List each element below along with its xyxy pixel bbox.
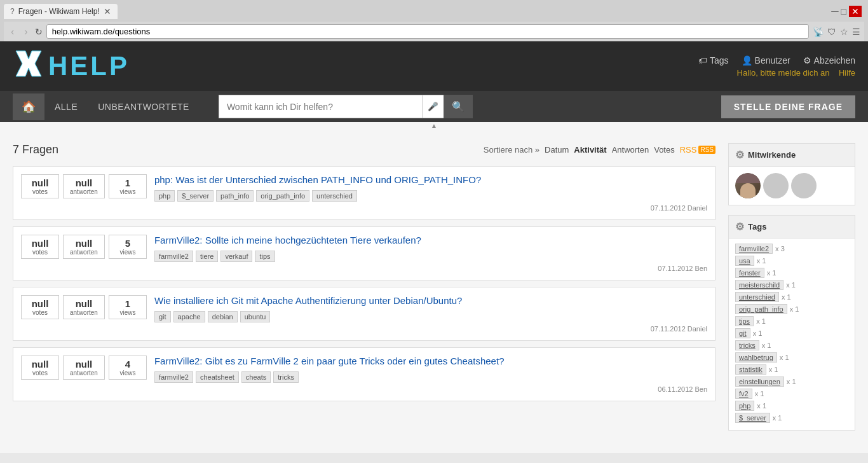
tag-row: unterschied x 1 (735, 292, 848, 302)
header-right: 🏷 Tags 👤 Benutzer ⚙ Abzeichen Hallo, bit… (698, 55, 855, 78)
question-meta: 07.11.2012 Daniel (154, 204, 707, 212)
rss-link[interactable]: RSS RSS (680, 145, 715, 155)
menu-icon[interactable]: ☰ (852, 27, 860, 37)
home-button[interactable]: 🏠 (13, 93, 44, 120)
votes-value: null (28, 298, 52, 309)
tag[interactable]: php (154, 190, 175, 202)
tag-row: fv2 x 1 (735, 389, 848, 399)
tag-count: x 1 (782, 293, 791, 301)
minimize-icon[interactable]: ─ (831, 6, 838, 17)
nav-abzeichen-link[interactable]: ⚙ Abzeichen (803, 55, 855, 66)
close-window-icon[interactable]: ✕ (849, 6, 862, 17)
views-value: 1 (116, 298, 140, 309)
logo-x (13, 48, 44, 85)
question-meta: 07.11.2012 Ben (154, 265, 707, 272)
back-button[interactable]: ‹ (8, 25, 17, 39)
tag[interactable]: tiere (196, 251, 218, 262)
tags-gear-icon: ⚙ (735, 221, 744, 233)
question-title[interactable]: FarmVille2: Sollte ich meine hochgezücht… (154, 235, 707, 245)
address-bar[interactable] (46, 24, 809, 39)
tag[interactable]: apache (173, 311, 205, 322)
sort-aktivitat[interactable]: Aktivität (574, 145, 606, 155)
tag-count: x 1 (786, 281, 796, 289)
tag[interactable]: cheats (241, 371, 271, 383)
tag[interactable]: $_server (177, 190, 214, 202)
sidebar-tag[interactable]: fv2 (735, 389, 752, 399)
question-tags: farmville2 tiere verkauf tips (154, 251, 707, 262)
sub-nav: 🏠 ALLE UNBEANTWORTETE 🎤 🔍 STELLE DEINE F… (0, 91, 868, 122)
nav-tags-link[interactable]: 🏷 Tags (698, 55, 729, 66)
question-title[interactable]: php: Was ist der Unterschied zwischen PA… (154, 174, 707, 185)
tag[interactable]: unterschied (312, 190, 357, 202)
tag[interactable]: path_info (216, 190, 254, 202)
sidebar-tag[interactable]: php (735, 401, 754, 411)
question-item: null votes null antworten 4 views FarmVi… (13, 347, 715, 401)
sidebar-tag[interactable]: usa (735, 256, 754, 266)
question-content: Wie installiere ich Git mit Apache Authe… (154, 295, 707, 333)
ask-question-button[interactable]: STELLE DEINE FRAGE (721, 95, 855, 118)
nav-benutzer-link[interactable]: 👤 Benutzer (742, 55, 790, 66)
hilfe-link[interactable]: Hilfe (839, 68, 855, 78)
sidebar-tag[interactable]: wahlbetrug (735, 352, 777, 363)
sidebar-tag[interactable]: statistik (735, 364, 766, 375)
question-title[interactable]: FarmVille2: Gibt es zu FarmVille 2 ein p… (154, 356, 707, 366)
sidebar-tag[interactable]: tricks (735, 340, 759, 350)
tag[interactable]: farmville2 (154, 371, 193, 383)
sidebar-tag[interactable]: orig_path_info (735, 304, 787, 314)
close-tab-icon[interactable]: ✕ (104, 6, 111, 17)
tag[interactable]: orig_path_info (256, 190, 309, 202)
search-input[interactable] (219, 95, 422, 118)
search-button[interactable]: 🔍 (444, 95, 473, 118)
sidebar-tag[interactable]: unterschied (735, 292, 779, 302)
answers-value: null (70, 298, 98, 309)
tag-count: x 1 (790, 305, 799, 313)
tag-row: fenster x 1 (735, 268, 848, 278)
sort-datum[interactable]: Datum (545, 145, 569, 155)
bookmark-icon[interactable]: ☆ (840, 27, 848, 37)
tag[interactable]: ubuntu (240, 311, 271, 322)
votes-label: votes (28, 309, 52, 316)
forward-button[interactable]: › (21, 25, 31, 39)
maximize-icon[interactable]: □ (841, 6, 846, 17)
question-title[interactable]: Wie installiere ich Git mit Apache Authe… (154, 295, 707, 306)
sidebar-tag[interactable]: einstellungen (735, 377, 784, 387)
contributors-section: ⚙ Mitwirkende (728, 143, 855, 205)
main-content: 7 Fragen Sortiere nach » Datum Aktivität… (0, 130, 868, 453)
sort-votes[interactable]: Votes (654, 145, 675, 155)
all-questions-tab[interactable]: ALLE (44, 94, 88, 120)
sidebar-tag[interactable]: meisterschild (735, 280, 783, 290)
browser-tab[interactable]: ? Fragen - Wikiwam Help! ✕ (4, 4, 118, 19)
contributors-grid (729, 167, 855, 205)
sort-label: Sortiere nach » (484, 145, 539, 155)
sidebar: ⚙ Mitwirkende ⚙ (728, 143, 855, 440)
sidebar-tag[interactable]: farmville2 (735, 244, 773, 254)
logo-help: HELP (48, 51, 130, 81)
reload-button[interactable]: ↻ (35, 27, 43, 37)
tag-count: x 1 (780, 354, 789, 361)
browser-toolbar: ‹ › ↻ 📡 🛡 ☆ ☰ (4, 22, 864, 41)
tag[interactable]: tips (255, 251, 275, 262)
sort-antworten[interactable]: Antworten (612, 145, 649, 155)
views-label: views (116, 188, 140, 195)
mic-button[interactable]: 🎤 (422, 95, 444, 118)
sidebar-tag[interactable]: fenster (735, 268, 764, 278)
unanswered-tab[interactable]: UNBEANTWORTETE (88, 94, 200, 120)
sidebar-tag[interactable]: $_server (735, 413, 770, 423)
sidebar-tag[interactable]: tips (735, 316, 754, 326)
tag[interactable]: farmville2 (154, 251, 193, 262)
tag[interactable]: tricks (273, 371, 299, 383)
votes-label: votes (28, 249, 52, 256)
site-header: HELP 🏷 Tags 👤 Benutzer ⚙ Abzeichen Hal (0, 41, 868, 91)
question-meta: 06.11.2012 Ben (154, 385, 707, 393)
tag[interactable]: cheatsheet (196, 371, 239, 383)
views-label: views (116, 370, 140, 377)
gear-icon: ⚙ (803, 55, 811, 66)
tag-row: farmville2 x 3 (735, 244, 848, 254)
votes-box: null votes (21, 174, 59, 198)
tag[interactable]: verkauf (220, 251, 252, 262)
tag[interactable]: debian (208, 311, 238, 322)
tags-section: ⚙ Tags farmville2 x 3 usa x 1 fenster x … (728, 215, 855, 431)
sidebar-tag[interactable]: git (735, 328, 750, 338)
tag[interactable]: git (154, 311, 171, 322)
questions-header: 7 Fragen Sortiere nach » Datum Aktivität… (13, 143, 715, 156)
